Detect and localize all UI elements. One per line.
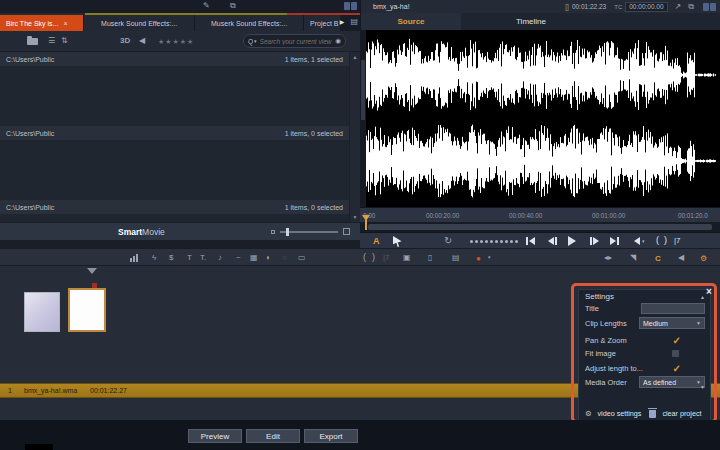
storyboard-thumbnail-2-selected[interactable]: [68, 288, 106, 332]
subtitle-icon[interactable]: T.: [200, 254, 206, 262]
tab-timeline[interactable]: Timeline: [461, 13, 601, 30]
tab-source[interactable]: Source: [361, 13, 461, 30]
hscroll-handle[interactable]: [368, 224, 712, 230]
collapse-panel-icon[interactable]: ▲: [700, 294, 705, 300]
export-frame-icon[interactable]: ↗: [675, 3, 682, 11]
detach-player-icon[interactable]: [703, 3, 716, 11]
library-scrollbar[interactable]: ▲ ▼: [349, 52, 360, 222]
preview-button[interactable]: Preview: [188, 429, 242, 443]
rating-stars-icon[interactable]: ★★★★★: [158, 38, 194, 46]
scroll-up-icon[interactable]: ▲: [353, 54, 358, 60]
tab-muserk-2[interactable]: Muserk Sound Effects:...: [195, 15, 304, 31]
snapshot-camera-icon[interactable]: ▣: [403, 254, 411, 262]
clipboard-icon[interactable]: ▯: [428, 254, 432, 262]
timecode-box[interactable]: 00:00:00.00: [625, 2, 667, 12]
tab-muserk-1[interactable]: Muserk Sound Effects:...: [84, 15, 195, 31]
razor-icon[interactable]: $: [169, 254, 173, 262]
edit-pencil-icon[interactable]: ✎: [203, 2, 210, 10]
library-browser: C:\Users\Public 1 items, 1 selected C:\U…: [0, 52, 349, 222]
smart-mode-icon[interactable]: C: [655, 254, 661, 263]
audio-mode-button[interactable]: A: [373, 236, 380, 246]
zoom-out-icon[interactable]: [271, 230, 275, 234]
trim-mode-icon[interactable]: |7: [383, 254, 390, 262]
jog-shuttle[interactable]: [470, 240, 518, 243]
back-arrow-icon[interactable]: ◀: [678, 254, 684, 262]
mark-out-icon[interactable]: ): [664, 236, 667, 245]
volume-button[interactable]: ▾: [634, 237, 645, 245]
send-to-timeline-icon[interactable]: ◥: [630, 254, 636, 262]
tab-birc-the-sky[interactable]: Birc The Sky is... ×: [0, 15, 84, 31]
tab-list-icon[interactable]: ▤: [350, 18, 358, 31]
marker-dot-icon[interactable]: ●: [476, 254, 481, 263]
group-header[interactable]: C:\Users\Public 1 items, 1 selected: [0, 52, 349, 66]
timeline-ruler[interactable]: 0:00 00:00:20.00 00:00:40.00 00:01:00.00…: [360, 207, 720, 222]
fullscreen-icon[interactable]: |7: [674, 237, 681, 245]
mark-in-icon[interactable]: (: [656, 236, 659, 245]
frame-forward-button[interactable]: [590, 237, 599, 245]
export-button[interactable]: Export: [304, 429, 358, 443]
search-clear-icon[interactable]: ◉: [335, 37, 341, 45]
split-clip-icon[interactable]: ◂▸: [604, 254, 612, 262]
zoom-in-icon[interactable]: [343, 228, 350, 235]
trim-in-icon[interactable]: (: [363, 253, 366, 262]
copy-frame-icon[interactable]: ⧉: [688, 3, 694, 11]
search-input[interactable]: [260, 38, 336, 45]
group-header[interactable]: C:\Users\Public 1 items, 0 selected: [0, 200, 349, 214]
copy-icon[interactable]: ⧉: [230, 2, 236, 10]
tag-icon[interactable]: ◀: [139, 37, 145, 45]
3d-filter-icon[interactable]: 3D: [120, 37, 130, 45]
tab-close-icon[interactable]: ×: [63, 20, 67, 27]
panel-scroll-down-icon[interactable]: ▼: [700, 384, 705, 390]
smartmovie-bar[interactable]: SmartMovie: [0, 222, 360, 240]
search-icon[interactable]: Q: [248, 38, 253, 45]
timeline-hscrollbar[interactable]: [360, 222, 720, 232]
jump-start-button[interactable]: [526, 237, 535, 245]
tab-overflow-icon[interactable]: ▶: [340, 19, 345, 31]
filmstrip-icon[interactable]: ▤: [452, 254, 460, 262]
group-header[interactable]: C:\Users\Public 1 items, 0 selected: [0, 126, 349, 140]
disabled-tool-icon[interactable]: ○: [282, 254, 287, 262]
voiceover-mic-icon[interactable]: ♪: [218, 254, 222, 262]
storyboard-thumbnail-1[interactable]: [24, 292, 60, 332]
audio-waveform-view[interactable]: [360, 30, 720, 207]
select-cursor-icon[interactable]: [393, 236, 402, 247]
media-order-dropdown[interactable]: As defined ▼: [639, 376, 705, 388]
edit-button[interactable]: Edit: [246, 429, 300, 443]
group-body[interactable]: [0, 66, 349, 126]
sort-icon[interactable]: ⇅: [61, 37, 68, 45]
trim-out-icon[interactable]: ): [372, 253, 375, 262]
fit-image-checkbox[interactable]: [672, 350, 679, 357]
panes-icon[interactable]: [344, 2, 357, 10]
search-dropdown-icon[interactable]: ▾: [254, 38, 257, 44]
loop-button[interactable]: ↻: [444, 236, 452, 246]
frame-back-button[interactable]: [548, 237, 557, 245]
video-settings-button[interactable]: video settings: [597, 409, 641, 418]
title-input[interactable]: [641, 303, 705, 314]
customize-toolbar-icon[interactable]: ⚙: [700, 254, 707, 263]
adjust-length-checkbox[interactable]: ✓: [673, 363, 681, 374]
ducking-icon[interactable]: ϟ: [152, 254, 156, 262]
film-icon[interactable]: ▭: [298, 254, 306, 262]
zoom-slider[interactable]: [280, 231, 338, 233]
jump-end-button[interactable]: [610, 237, 619, 245]
pan-zoom-checkbox[interactable]: ✓: [673, 335, 681, 346]
globe-icon[interactable]: ◐: [266, 254, 271, 262]
close-smartmovie-icon[interactable]: ×: [706, 286, 712, 297]
folder-icon[interactable]: [27, 38, 38, 45]
clear-project-button[interactable]: clear project: [662, 409, 701, 418]
audio-mixer-icon[interactable]: [130, 254, 138, 262]
group-body[interactable]: [0, 214, 349, 222]
tab-project-bin[interactable]: Project B: [304, 15, 340, 31]
scroll-down-icon[interactable]: ▼: [353, 214, 358, 220]
list-view-icon[interactable]: ☰: [48, 37, 55, 45]
scorefitter-icon[interactable]: ~: [236, 254, 241, 262]
navigator-marker-icon[interactable]: [87, 268, 97, 274]
clip-lengths-dropdown[interactable]: Medium ▼: [639, 317, 705, 329]
zoom-slider-handle[interactable]: [286, 228, 289, 236]
grid-icon[interactable]: ▦: [250, 254, 258, 262]
smartmovie-label-bold: Smart: [118, 227, 142, 237]
text-title-icon[interactable]: T: [187, 254, 192, 262]
marker-dropdown-icon[interactable]: ▾: [488, 255, 491, 260]
group-body[interactable]: [0, 140, 349, 200]
play-button[interactable]: [568, 236, 576, 246]
